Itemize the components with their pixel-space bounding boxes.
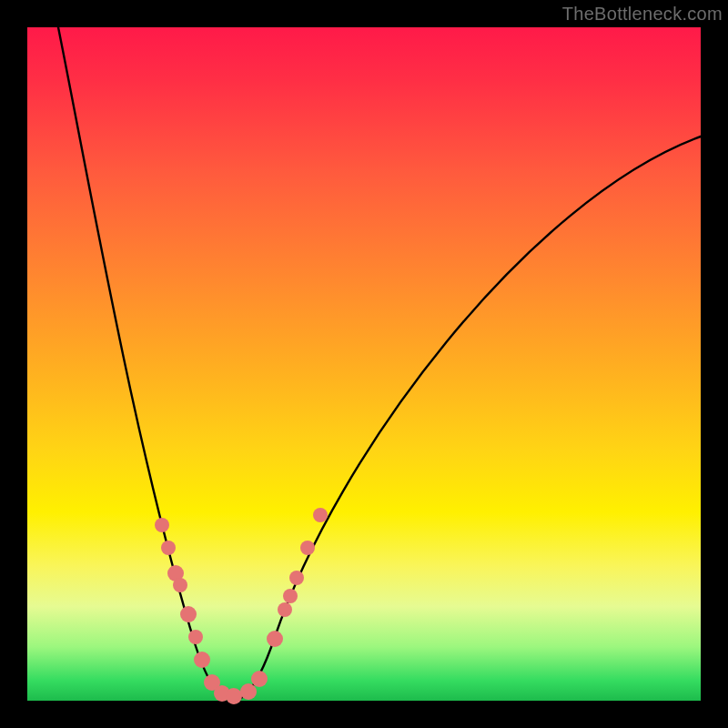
right-curve (233, 136, 701, 701)
data-dot (161, 541, 176, 555)
data-dot (180, 606, 197, 622)
data-dot (278, 602, 292, 617)
watermark-text: TheBottleneck.com (562, 4, 723, 25)
chart-frame: TheBottleneck.com (0, 0, 728, 728)
data-dot (267, 631, 283, 647)
data-dot (188, 630, 203, 644)
data-dot (313, 508, 328, 522)
data-dot (240, 683, 257, 700)
data-dot (300, 541, 315, 555)
data-dot (251, 671, 268, 687)
data-dots (155, 508, 328, 704)
data-dot (194, 652, 210, 668)
data-dot (155, 518, 169, 532)
plot-area (27, 27, 701, 701)
data-dot (289, 571, 304, 585)
data-dot (226, 688, 242, 704)
data-dot (173, 578, 187, 592)
left-curve (58, 27, 233, 701)
data-dot (283, 589, 298, 603)
chart-svg (27, 27, 701, 701)
